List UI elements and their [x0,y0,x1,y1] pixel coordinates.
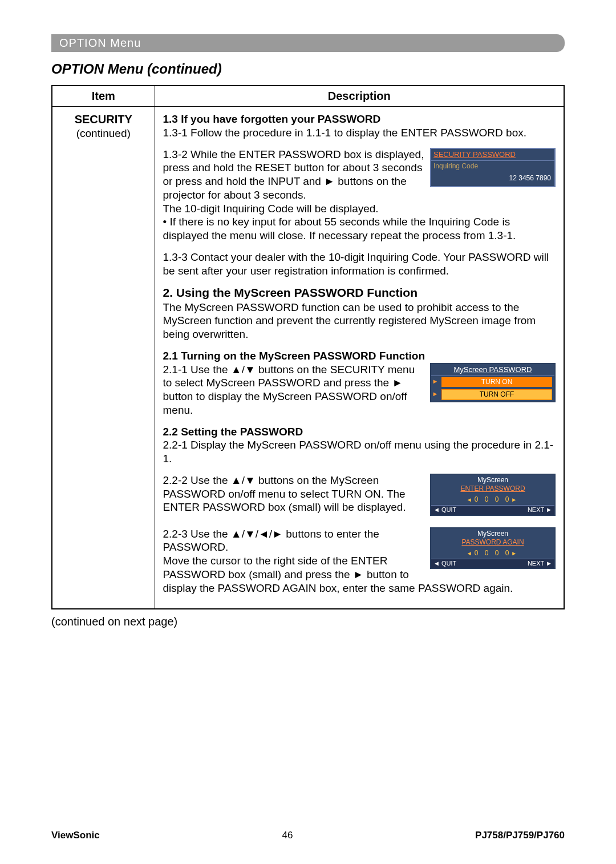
option-table: Item Description SECURITY (continued) 1.… [51,85,565,609]
osd4-quit: ◄ QUIT [433,560,456,568]
osd2-arrow-on: ► [431,378,439,386]
osd3-t1: MyScreen [431,475,554,485]
osd3-next: NEXT ► [528,506,552,514]
osd4-t1: MyScreen [431,528,554,538]
osd2-title: MyScreen PASSWORD [431,364,554,376]
item-label: SECURITY [60,112,147,127]
continued-note: (continued on next page) [51,615,565,628]
section-2-2-title: 2.2 Setting the PASSWORD [163,425,556,439]
osd4-digits: ◄0 0 0 0► [431,548,554,559]
osd3-digits: ◄0 0 0 0► [431,494,554,505]
page-heading: OPTION Menu (continued) [51,61,565,77]
osd4-t2: PASSWORD AGAIN [431,538,554,548]
text-1-3-3: 1.3-3 Contact your dealer with the 10-di… [163,251,556,278]
col-header-desc: Description [155,86,564,107]
osd2-arrow-off: ► [431,390,439,398]
section-2-1-title: 2.1 Turning on the MyScreen PASSWORD Fun… [163,349,556,363]
manual-page: OPTION Menu OPTION Menu (continued) Item… [0,0,616,651]
osd2-turn-off: TURN OFF [441,389,552,400]
osd1-sub: Inquiring Code [431,161,554,172]
description-cell: 1.3 If you have forgotten your PASSWORD … [155,107,564,609]
osd3-t2: ENTER PASSWORD [431,485,554,494]
footer-page-number: 46 [282,830,293,841]
section-2-intro: The MyScreen PASSWORD function can be us… [163,301,556,341]
osd1-code: 12 3456 7890 [431,172,554,186]
item-cell: SECURITY (continued) [52,107,155,609]
col-header-item: Item [52,86,155,107]
footer-brand: ViewSonic [51,830,100,841]
section-banner: OPTION Menu [51,34,565,52]
osd-password-again-box: MyScreen PASSWORD AGAIN ◄0 0 0 0► ◄ QUIT… [430,527,556,570]
text-1-3-2b: The 10-digit Inquiring Code will be disp… [163,202,556,216]
osd1-title: SECURITY PASSWORD [431,149,554,161]
osd-myscreen-password-menu: MyScreen PASSWORD ► TURN ON ► TURN OFF [430,363,556,402]
text-2-2-1: 2.2-1 Display the MyScreen PASSWORD on/o… [163,438,556,466]
footer-models: PJ758/PJ759/PJ760 [475,830,565,841]
osd2-turn-on: TURN ON [441,377,552,387]
section-2-title: 2. Using the MyScreen PASSWORD Function [163,285,556,300]
page-footer: ViewSonic 46 PJ758/PJ759/PJ760 [51,830,565,841]
text-1-3-1: 1.3-1 Follow the procedure in 1.1-1 to d… [163,126,556,140]
osd-enter-password-box: MyScreen ENTER PASSWORD ◄0 0 0 0► ◄ QUIT… [430,474,556,516]
text-1-3-2c: • If there is no key input for about 55 … [163,215,556,243]
osd4-next: NEXT ► [528,560,552,568]
section-1-3-title: 1.3 If you have forgotten your PASSWORD [163,112,556,126]
osd-security-password-box: SECURITY PASSWORD Inquiring Code 12 3456… [430,148,556,187]
osd3-quit: ◄ QUIT [433,506,456,514]
item-sub: (continued) [60,127,147,140]
